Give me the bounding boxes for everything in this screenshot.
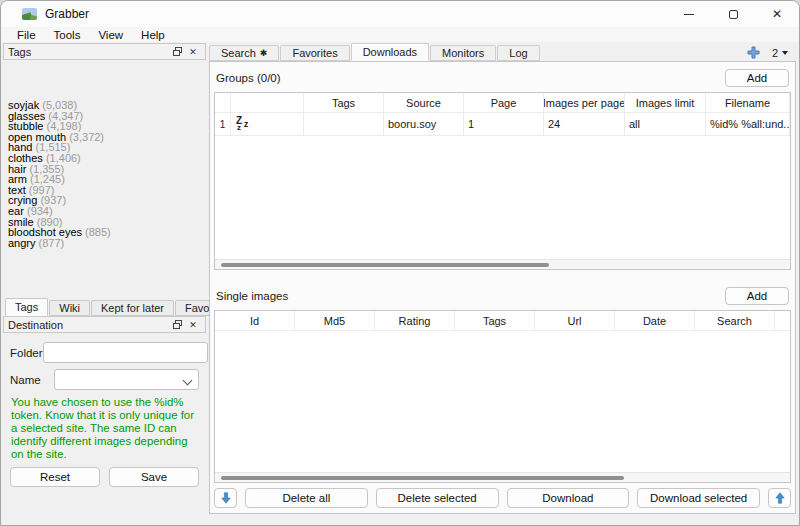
app-window: Grabber ✕ FileToolsViewHelp Tags ✕ soyja… (0, 0, 800, 526)
minimize-icon (684, 14, 694, 15)
add-single-image-button[interactable]: Add (725, 287, 789, 305)
groups-table: Tags Source Page Images per page Images … (214, 92, 791, 270)
menu-item[interactable]: View (89, 29, 132, 41)
destination-dock-title: Destination (8, 319, 169, 331)
groups-horizontal-scrollbar[interactable] (215, 259, 790, 269)
main-area: Search✱FavoritesDownloadsMonitorsLog 2 G… (209, 43, 796, 525)
cell-images-per-page[interactable]: 24 (544, 113, 625, 135)
main-tab[interactable]: Log (497, 45, 539, 61)
main-tab[interactable]: Favorites (280, 45, 349, 61)
cell-filename[interactable]: %id% %all:und... (706, 113, 790, 135)
token-warning-text: You have chosen to use the %id% token. K… (11, 396, 198, 461)
single-horizontal-scrollbar[interactable] (215, 472, 790, 482)
main-tab[interactable]: Monitors (430, 45, 496, 61)
minimize-button[interactable] (667, 1, 711, 27)
plus-icon (747, 46, 760, 59)
move-up-button[interactable] (768, 488, 791, 508)
bottom-actions: Delete allDelete selectedDownloadDownloa… (214, 487, 791, 509)
main-tab-bar: Search✱FavoritesDownloadsMonitorsLog 2 (209, 43, 796, 61)
menu-item[interactable]: Tools (45, 29, 90, 41)
dock-tab[interactable]: Kept for later (91, 300, 174, 316)
close-icon: ✕ (189, 320, 197, 330)
save-button[interactable]: Save (109, 467, 199, 487)
folder-input[interactable] (43, 342, 208, 363)
cell-images-limit[interactable]: all (625, 113, 706, 135)
add-tab-button[interactable] (747, 46, 760, 59)
action-button[interactable]: Download (507, 488, 630, 508)
single-images-table: Id Md5 Rating Tags Url Date Search (214, 310, 791, 483)
tab-count: 2 (772, 47, 778, 59)
downloads-page: Groups (0/0) Add Tags Source Page Images… (209, 61, 796, 514)
dock-tab[interactable]: Wiki (49, 300, 90, 316)
caret-down-icon (782, 51, 788, 55)
menu-item[interactable]: File (8, 29, 45, 41)
sleeping-status-icon: Z z z (235, 116, 253, 132)
maximize-button[interactable] (711, 1, 755, 27)
float-icon (173, 47, 182, 56)
action-button[interactable]: Download selected (637, 488, 760, 508)
tab-close-icon[interactable]: ✱ (260, 48, 268, 58)
sidebar-dock-tabs: TagsWikiKept for laterFavorites (3, 298, 206, 316)
window-controls: ✕ (667, 1, 799, 27)
close-panel-button[interactable]: ✕ (185, 318, 201, 332)
window-title: Grabber (45, 7, 89, 21)
action-button[interactable]: Delete selected (376, 488, 499, 508)
tab-count-dropdown[interactable]: 2 (772, 47, 788, 59)
left-sidebar: Tags ✕ soyjak (5,038) glasses (4,347) st… (3, 43, 206, 525)
destination-dock-header: Destination ✕ (3, 316, 206, 333)
filename-select[interactable] (54, 369, 199, 390)
reset-button[interactable]: Reset (10, 467, 100, 487)
close-icon: ✕ (772, 8, 782, 20)
section-splitter[interactable] (214, 270, 791, 284)
tags-dock-header: Tags ✕ (3, 43, 206, 60)
scrollbar-thumb[interactable] (221, 476, 624, 480)
scrollbar-thumb[interactable] (221, 263, 549, 267)
cell-page[interactable]: 1 (464, 113, 544, 135)
group-row[interactable]: 1 Z z z booru.soy 1 24 all (215, 113, 790, 136)
title-bar: Grabber ✕ (1, 1, 799, 27)
groups-title: Groups (0/0) (216, 72, 281, 84)
arrow-down-icon (221, 492, 231, 504)
cell-tags[interactable] (304, 113, 384, 135)
close-button[interactable]: ✕ (755, 1, 799, 27)
close-panel-button[interactable]: ✕ (185, 45, 201, 59)
main-tab[interactable]: Search✱ (209, 45, 279, 61)
main-layout: Tags ✕ soyjak (5,038) glasses (4,347) st… (1, 42, 799, 525)
single-images-title: Single images (216, 290, 288, 302)
folder-label: Folder (10, 347, 43, 359)
maximize-icon (729, 10, 738, 19)
menu-item[interactable]: Help (132, 29, 174, 41)
tag-link[interactable]: angry (877) (8, 238, 206, 249)
name-label: Name (10, 374, 54, 386)
app-logo-icon (22, 8, 37, 20)
single-images-table-header: Id Md5 Rating Tags Url Date Search (215, 311, 790, 331)
close-icon: ✕ (189, 47, 197, 57)
cell-folder[interactable]: C (790, 113, 791, 135)
action-button[interactable]: Delete all (245, 488, 368, 508)
dock-tab[interactable]: Tags (5, 298, 48, 316)
tags-dock-title: Tags (8, 46, 169, 58)
main-tab[interactable]: Downloads (351, 43, 429, 61)
tag-list: soyjak (5,038) glasses (4,347) stubble (… (3, 60, 206, 298)
destination-panel: Folder ... Name You have chosen to use t… (3, 333, 206, 487)
float-panel-button[interactable] (169, 45, 185, 59)
float-panel-button[interactable] (169, 318, 185, 332)
menu-bar: FileToolsViewHelp (1, 27, 799, 42)
cell-source[interactable]: booru.soy (384, 113, 464, 135)
move-down-button[interactable] (214, 488, 237, 508)
add-group-button[interactable]: Add (725, 69, 789, 87)
chevron-down-icon (183, 376, 193, 386)
arrow-up-icon (775, 492, 785, 504)
row-number: 1 (215, 113, 231, 135)
float-icon (173, 320, 182, 329)
groups-table-header: Tags Source Page Images per page Images … (215, 93, 790, 113)
